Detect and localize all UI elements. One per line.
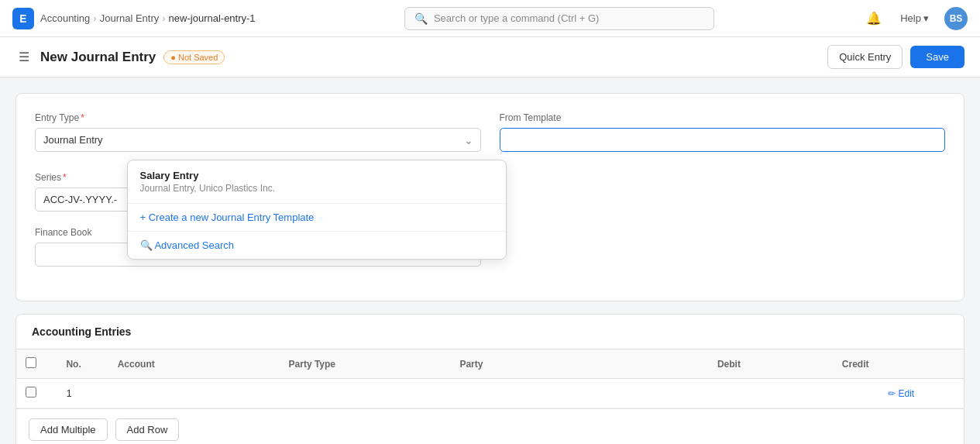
navbar: E Accounting › Journal Entry › new-journ… [0,0,980,37]
search-icon: 🔍 [414,12,428,25]
breadcrumb-current: new-journal-entry-1 [169,12,256,24]
row-party-type[interactable] [280,379,451,408]
entry-type-select[interactable]: Journal Entry Bank Entry Cash Entry Cred… [35,128,481,152]
add-multiple-button[interactable]: Add Multiple [29,418,108,441]
select-all-checkbox[interactable] [26,357,36,368]
breadcrumb-journal-entry[interactable]: Journal Entry [100,12,160,24]
breadcrumb-sep-2: › [162,12,165,24]
table-header-row: No. Account Party Type Party Debit Credi… [16,349,964,379]
advanced-search-action[interactable]: 🔍 Advanced Search [128,231,506,259]
navbar-center: 🔍 Search or type a command (Ctrl + G) [404,7,714,30]
breadcrumb-sep-1: › [93,12,96,24]
create-template-action[interactable]: + Create a new Journal Entry Template [128,204,506,231]
spacer-group-2 [500,227,946,267]
quick-entry-button[interactable]: Quick Entry [827,45,903,69]
notifications-button[interactable]: 🔔 [863,8,885,29]
row-no: 1 [57,379,108,408]
accounting-table: No. Account Party Type Party Debit Credi… [16,349,964,408]
row-edit: ✏ Edit [879,379,964,408]
edit-button[interactable]: ✏ Edit [888,388,915,399]
dropdown-item-salary[interactable]: Salary Entry Journal Entry, Unico Plasti… [128,160,506,204]
search-placeholder: Search or type a command (Ctrl + G) [434,12,600,24]
form-row-1: Entry Type* Journal Entry Bank Entry Cas… [35,112,945,157]
template-dropdown: Salary Entry Journal Entry, Unico Plasti… [127,160,507,260]
accounting-entries-header: Accounting Entries [16,315,964,349]
hamburger-button[interactable]: ☰ [15,46,33,67]
help-button[interactable]: Help ▾ [894,9,935,27]
help-chevron-icon: ▾ [923,12,929,24]
col-header-check [16,349,57,379]
dropdown-item-title: Salary Entry [140,170,493,181]
breadcrumb: Accounting › Journal Entry › new-journal… [40,12,256,24]
page-title: New Journal Entry [40,50,156,65]
avatar[interactable]: BS [944,7,968,30]
col-header-edit [879,349,964,379]
col-header-party-type: Party Type [280,349,451,379]
help-label: Help [900,12,921,24]
breadcrumb-accounting[interactable]: Accounting [40,12,90,24]
navbar-right: 🔔 Help ▾ BS [863,7,968,30]
row-credit[interactable] [750,379,879,408]
form-card: Entry Type* Journal Entry Bank Entry Cas… [15,93,965,301]
edit-label: Edit [899,388,915,399]
app-icon[interactable]: E [12,8,34,29]
series-required: * [63,172,67,183]
col-header-credit: Credit [750,349,879,379]
spacer-group [500,172,946,212]
row-check [16,379,57,408]
status-badge: ● Not Saved [163,50,225,64]
search-box[interactable]: 🔍 Search or type a command (Ctrl + G) [404,7,714,30]
navbar-left: E Accounting › Journal Entry › new-journ… [12,8,256,29]
save-button[interactable]: Save [910,46,965,68]
page-header: ☰ New Journal Entry ● Not Saved Quick En… [0,37,980,77]
entry-type-required: * [81,112,84,123]
row-debit[interactable] [621,379,750,408]
page-header-right: Quick Entry Save [827,45,965,69]
add-row-button[interactable]: Add Row [115,418,180,441]
from-template-group: From Template Salary Entry Journal Entry… [500,112,946,157]
col-header-account: Account [108,349,280,379]
page-header-left: ☰ New Journal Entry ● Not Saved [15,46,225,67]
pencil-icon: ✏ [888,388,896,399]
entry-type-label: Entry Type* [35,112,481,123]
accounting-entries-card: Accounting Entries No. Account Party Typ… [15,314,965,444]
from-template-label: From Template [500,112,946,123]
col-header-debit: Debit [621,349,750,379]
row-account[interactable] [108,379,280,408]
entry-type-group: Entry Type* Journal Entry Bank Entry Cas… [35,112,481,157]
col-header-party: Party [450,349,621,379]
row-party[interactable] [450,379,621,408]
row-checkbox[interactable] [26,387,36,398]
entry-type-select-wrapper: Journal Entry Bank Entry Cash Entry Cred… [35,128,481,152]
main-content: Entry Type* Journal Entry Bank Entry Cas… [0,77,980,444]
table-row: 1 ✏ Edit [16,379,964,408]
col-header-no: No. [57,349,108,379]
from-template-input[interactable] [500,128,946,152]
table-footer: Add Multiple Add Row [16,408,964,444]
dropdown-item-subtitle: Journal Entry, Unico Plastics Inc. [140,183,493,194]
